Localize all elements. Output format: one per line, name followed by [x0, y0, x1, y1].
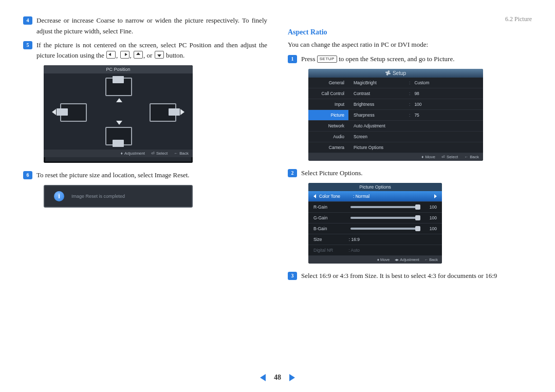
setup-row-value: 75 [414, 113, 419, 118]
setup-row-value: 98 [414, 91, 419, 96]
pc-position-figure: PC Position ♦ Adjustment ⏎ Select ← Back [44, 65, 193, 163]
step-5-text: If the picture is not centered on the sc… [36, 40, 267, 62]
pager: 48 [0, 374, 555, 382]
picopt-row-label: Size [313, 237, 344, 242]
setup-nav-item: Network [308, 121, 348, 132]
image-reset-figure: i Image Reset is completed [44, 185, 193, 208]
slider [350, 217, 418, 219]
setup-row-label: Contrast [354, 91, 405, 96]
arrow-down-icon [116, 121, 122, 125]
setup-nav-item: Input [308, 99, 348, 110]
picopt-footer-back: ← Back [424, 257, 438, 262]
right-column: 6.2 Picture Aspect Ratio You can change … [288, 15, 532, 284]
pc-position-canvas [44, 73, 193, 150]
setup-row-label: Picture Options [354, 145, 405, 150]
setup-row: Contrast: 98 [348, 88, 483, 99]
picopt-row-label: B-Gain [313, 226, 344, 231]
setup-header: Setup [308, 69, 483, 78]
setup-footer: ♦ Move ⏎ Select ← Back [308, 153, 483, 161]
footer-adjustment: ♦ Adjustment [121, 151, 145, 156]
picture-options-body: Color Tone: NormalR-Gain100G-Gain100B-Ga… [308, 191, 442, 256]
setup-nav-item: Picture [308, 110, 348, 121]
step-4: 4 Decrease or increase Coarse to narrow … [23, 15, 267, 37]
slider [350, 206, 418, 208]
step-1-text-b: to open the Setup screen, and go to Pict… [337, 55, 455, 63]
chevron-right-icon [434, 194, 437, 198]
setup-row: Auto Adjustment [348, 121, 483, 132]
setup-footer-move: ♦ Move [421, 155, 435, 159]
step-4-text: Decrease or increase Coarse to narrow or… [36, 15, 267, 37]
left-column: 4 Decrease or increase Coarse to narrow … [23, 15, 267, 284]
setup-row: Sharpness: 75 [348, 110, 483, 121]
picopt-row-value: 100 [424, 204, 437, 210]
step-5: 5 If the picture is not centered on the … [23, 40, 267, 62]
screen-box-left [60, 103, 87, 122]
aspect-ratio-intro: You can change the aspect ratio in PC or… [288, 41, 532, 49]
picopt-row-label: Digital NR [313, 248, 344, 253]
step-2-text: Select Picture Options. [301, 168, 532, 179]
next-page-icon[interactable] [289, 374, 295, 381]
picopt-footer-move: ♦ Move [377, 257, 390, 262]
colon: : [409, 80, 410, 85]
step-6: 6 To reset the picture size and location… [23, 170, 267, 181]
pc-position-footer: ♦ Adjustment ⏎ Select ← Back [44, 150, 193, 157]
arrow-right-icon [180, 109, 184, 115]
chevron-left-icon [313, 194, 316, 198]
setup-row: Picture Options [348, 142, 483, 153]
picture-options-row: Size: 16:9 [308, 234, 442, 245]
setup-row-label: MagicBright [354, 80, 405, 85]
gear-icon [385, 70, 391, 76]
aspect-ratio-heading: Aspect Ratio [288, 28, 532, 36]
setup-screen-figure: Setup GeneralCall ControlInputPictureNet… [308, 69, 483, 161]
step-number-5: 5 [23, 41, 32, 49]
screen-box-bottom [105, 127, 132, 145]
screen-box-right [150, 103, 176, 122]
setup-row: MagicBright: Custom [348, 78, 483, 88]
comma-2: , [130, 51, 134, 59]
left-arrow-icon [106, 51, 116, 59]
colon: : [409, 102, 410, 107]
picopt-row-value: 100 [424, 215, 437, 220]
setup-row-value: Custom [414, 80, 429, 85]
comma-1: , [116, 51, 120, 59]
page-number: 48 [274, 374, 281, 382]
arrow-up-icon [116, 98, 122, 102]
step-1: 1 Press SETUP to open the Setup screen, … [288, 54, 532, 65]
step-number-1: 1 [288, 55, 297, 63]
or-text: , or [143, 51, 154, 59]
step-number-4: 4 [23, 16, 32, 25]
image-reset-message: Image Reset is completed [71, 194, 125, 199]
setup-body: GeneralCall ControlInputPictureNetworkAu… [308, 78, 483, 153]
step-6-text: To reset the picture size and location, … [36, 170, 267, 181]
setup-row-label: Sharpness [354, 113, 405, 118]
prev-page-icon[interactable] [260, 374, 266, 381]
colon: : [409, 113, 410, 118]
picopt-row-value: : Auto [347, 248, 360, 253]
picopt-row-value: 100 [424, 226, 437, 231]
colon: : [409, 91, 410, 96]
up-arrow-icon [134, 51, 143, 59]
picture-options-row: G-Gain100 [308, 213, 442, 223]
picture-options-figure: Picture Options Color Tone: NormalR-Gain… [308, 183, 442, 264]
down-arrow-icon [155, 51, 164, 59]
setup-row-label: Screen [354, 134, 405, 139]
picture-options-row: B-Gain100 [308, 223, 442, 234]
setup-title: Setup [393, 70, 406, 76]
picture-options-row: R-Gain100 [308, 202, 442, 213]
setup-nav-item: Call Control [308, 88, 348, 99]
picture-options-row: Color Tone: Normal [308, 191, 442, 202]
step-3: 3 Select 16:9 or 4:3 from Size. It is be… [288, 271, 532, 282]
step-1-text-a: Press [301, 55, 317, 63]
setup-content: MagicBright: CustomContrast: 98Brightnes… [348, 78, 483, 153]
setup-footer-back: ← Back [464, 155, 479, 159]
setup-row: Screen [348, 132, 483, 142]
footer-select: ⏎ Select [151, 151, 168, 156]
pc-position-title: PC Position [44, 65, 193, 73]
right-arrow-icon [120, 51, 130, 59]
setup-row: Brightness: 100 [348, 99, 483, 110]
setup-row-value: 100 [414, 102, 421, 107]
screen-box-top [105, 78, 132, 96]
picture-options-row: Digital NR: Auto [308, 245, 442, 256]
setup-nav-item: General [308, 78, 348, 88]
step-number-2: 2 [288, 169, 297, 177]
